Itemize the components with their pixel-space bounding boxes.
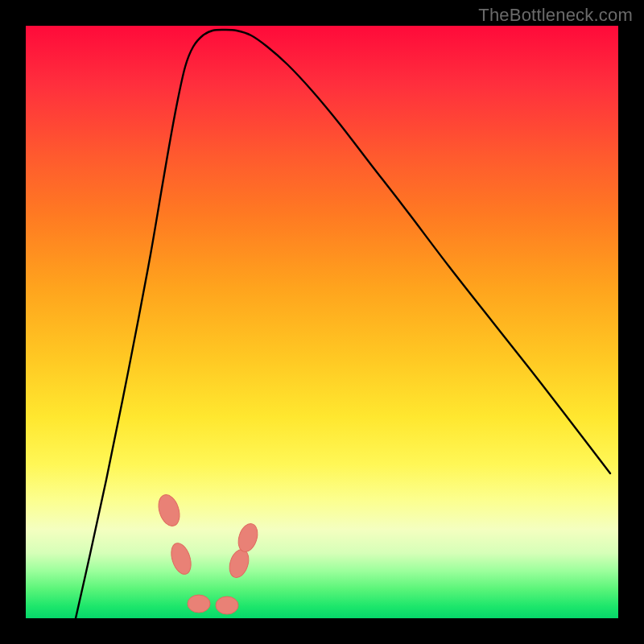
marker-2: [167, 541, 194, 577]
marker-6: [235, 521, 261, 554]
markers-group: [155, 492, 261, 614]
marker-4: [216, 597, 238, 614]
marker-3: [188, 595, 210, 613]
marker-1: [155, 492, 183, 528]
chart-svg: [26, 26, 618, 618]
attribution-watermark: TheBottleneck.com: [478, 5, 633, 26]
chart-frame: TheBottleneck.com: [0, 0, 644, 644]
bottleneck-curve: [76, 30, 610, 618]
marker-5: [226, 547, 252, 580]
